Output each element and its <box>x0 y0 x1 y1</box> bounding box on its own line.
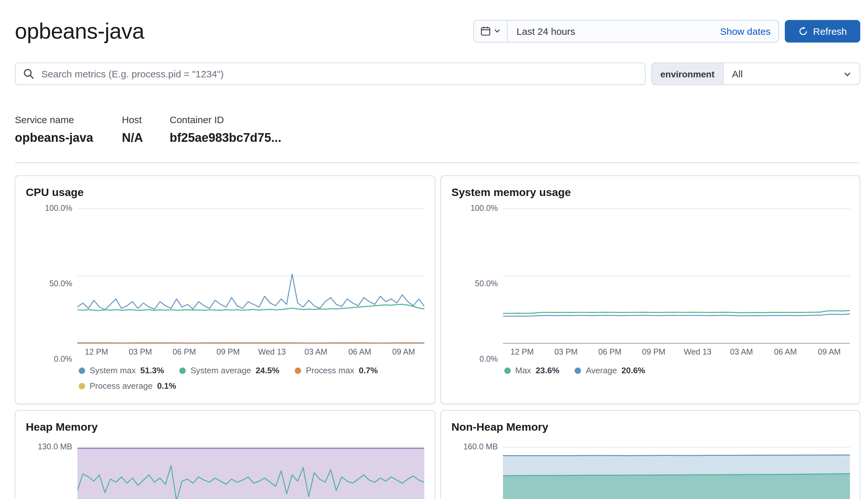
x-axis-tick: 09 PM <box>642 348 665 356</box>
x-axis-tick: 03 AM <box>304 348 327 356</box>
x-axis-tick: 03 PM <box>554 348 578 356</box>
section-divider <box>15 162 860 163</box>
cpu-usage-chart[interactable] <box>77 208 424 344</box>
container-id-label: Container ID <box>170 115 860 125</box>
legend-item-process-max[interactable]: Process max 0.7% <box>295 366 378 375</box>
service-name-value: opbeans-java <box>15 131 122 145</box>
legend-label: Average <box>586 366 617 375</box>
legend-item-process-average[interactable]: Process average 0.1% <box>79 381 176 391</box>
x-axis-tick: 12 PM <box>510 348 534 356</box>
legend-item-system-max[interactable]: System max 51.3% <box>79 366 164 375</box>
legend-value: 24.5% <box>256 366 279 375</box>
x-axis-tick: 06 PM <box>172 348 196 356</box>
cpu-usage-panel: CPU usage 100.0% 50.0% 0.0% 12 PM03 PM06… <box>15 175 435 404</box>
search-input[interactable] <box>40 68 637 80</box>
host-label: Host <box>122 115 170 125</box>
x-axis-tick: Wed 13 <box>684 348 712 356</box>
series-color-dot <box>575 367 581 374</box>
service-name-label: Service name <box>15 115 122 125</box>
x-axis-labels: 12 PM03 PM06 PM09 PMWed 1303 AM06 AM09 A… <box>503 346 850 359</box>
legend-label: Process max <box>306 366 354 375</box>
environment-filter: environment All <box>651 62 860 85</box>
legend-value: 20.6% <box>621 366 645 375</box>
refresh-button-label: Refresh <box>813 25 847 36</box>
x-axis-tick: 06 AM <box>348 348 371 356</box>
legend-item-system-average[interactable]: System average 24.5% <box>180 366 279 375</box>
system-memory-usage-panel: System memory usage 100.0% 50.0% 0.0% 12… <box>441 175 860 404</box>
page-title: opbeans-java <box>15 19 144 44</box>
legend-label: System max <box>89 366 136 375</box>
x-axis-tick: 09 AM <box>393 348 415 356</box>
search-box <box>15 62 646 85</box>
metrics-charts-grid: CPU usage 100.0% 50.0% 0.0% 12 PM03 PM06… <box>15 175 860 499</box>
legend-label: Max <box>515 366 531 375</box>
x-axis-tick: Wed 13 <box>258 348 286 356</box>
super-date-picker: Last 24 hours Show dates <box>473 20 779 42</box>
host-value: N/A <box>122 131 170 145</box>
legend-value: 51.3% <box>140 366 164 375</box>
legend-value: 23.6% <box>535 366 559 375</box>
x-axis-labels: 12 PM03 PM06 PM09 PMWed 1303 AM06 AM09 A… <box>77 346 424 359</box>
service-summary: Service name opbeans-java Host N/A Conta… <box>15 115 860 145</box>
legend-value: 0.7% <box>359 366 378 375</box>
heap-memory-chart[interactable] <box>77 447 424 499</box>
x-axis-tick: 09 PM <box>216 348 240 356</box>
non-heap-memory-panel: Non-Heap Memory 160.0 MB <box>441 410 860 499</box>
series-color-dot <box>295 367 301 374</box>
legend-item-average[interactable]: Average 20.6% <box>575 366 645 375</box>
show-dates-link[interactable]: Show dates <box>712 25 779 36</box>
legend-item-max[interactable]: Max 23.6% <box>504 366 559 375</box>
heap-memory-panel: Heap Memory 130.0 MB <box>15 410 435 499</box>
x-axis-tick: 12 PM <box>85 348 108 356</box>
container-id-value: bf25ae983bc7d75... <box>170 131 860 145</box>
date-quick-select-button[interactable] <box>474 20 507 41</box>
x-axis-tick: 06 PM <box>598 348 621 356</box>
refresh-icon <box>798 26 808 36</box>
cpu-chart-legend: System max 51.3% System average 24.5% Pr… <box>79 364 424 392</box>
x-axis-tick: 03 PM <box>129 348 152 356</box>
y-axis-labels: 100.0% 50.0% 0.0% <box>451 208 503 359</box>
legend-label: System average <box>191 366 251 375</box>
y-axis-labels: 160.0 MB <box>451 447 503 499</box>
environment-selected-value: All <box>732 68 743 79</box>
system-memory-usage-chart[interactable] <box>503 208 850 344</box>
search-icon <box>23 68 34 79</box>
chart-title: Non-Heap Memory <box>451 421 849 434</box>
chart-title: System memory usage <box>451 186 849 199</box>
environment-select[interactable]: All <box>724 63 860 84</box>
x-axis-tick: 06 AM <box>774 348 797 356</box>
page-header: opbeans-java Last 24 hours Show dates <box>15 18 860 44</box>
chart-title: CPU usage <box>26 186 424 199</box>
series-color-dot <box>79 382 85 389</box>
host-column: Host N/A <box>122 115 170 145</box>
series-color-dot <box>504 367 511 374</box>
service-name-column: Service name opbeans-java <box>15 115 122 145</box>
y-axis-labels: 100.0% 50.0% 0.0% <box>26 208 77 359</box>
refresh-button[interactable]: Refresh <box>785 20 860 42</box>
environment-filter-label: environment <box>652 63 724 84</box>
x-axis-tick: 03 AM <box>730 348 753 356</box>
date-controls: Last 24 hours Show dates Refresh <box>473 20 860 42</box>
container-id-column: Container ID bf25ae983bc7d75... <box>170 115 860 145</box>
chart-title: Heap Memory <box>26 421 424 434</box>
chevron-down-icon <box>844 70 851 78</box>
y-axis-labels: 130.0 MB <box>26 447 77 499</box>
series-color-dot <box>79 367 85 374</box>
chevron-down-icon <box>494 28 501 34</box>
calendar-icon <box>480 26 491 36</box>
x-axis-tick: 09 AM <box>818 348 841 356</box>
legend-label: Process average <box>89 381 153 391</box>
legend-value: 0.1% <box>157 381 176 391</box>
date-range-display[interactable]: Last 24 hours <box>507 25 712 36</box>
search-row: environment All <box>15 62 860 85</box>
series-color-dot <box>180 367 186 374</box>
apm-service-metrics-page: opbeans-java Last 24 hours Show dates <box>0 0 868 499</box>
memory-chart-legend: Max 23.6% Average 20.6% <box>504 364 849 377</box>
non-heap-memory-chart[interactable] <box>503 447 850 499</box>
